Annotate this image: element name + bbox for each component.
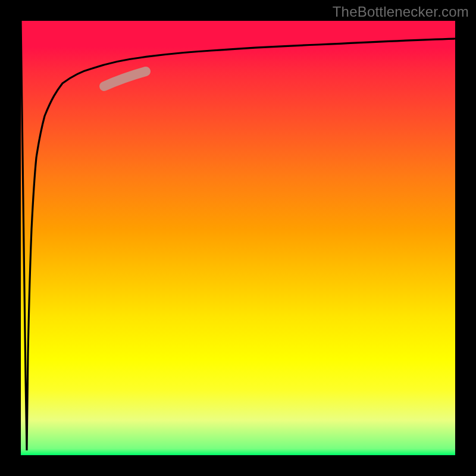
- watermark-text: TheBottlenecker.com: [333, 4, 469, 20]
- bottleneck-curve: [21, 21, 455, 450]
- curve-layer: [21, 21, 455, 455]
- highlight-segment: [104, 71, 146, 86]
- plot-area: [21, 21, 455, 455]
